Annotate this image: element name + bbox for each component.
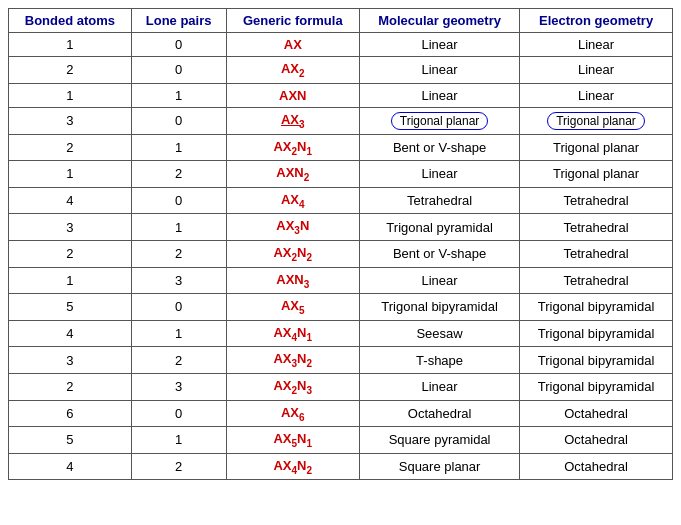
molecular-geometry-cell: Bent or V-shape <box>360 240 520 267</box>
lone-pairs-cell: 0 <box>131 187 226 214</box>
bonded-atoms-cell: 2 <box>9 373 132 400</box>
table-row: 11AXNLinearLinear <box>9 83 673 107</box>
electron-geometry-cell: Linear <box>520 57 673 84</box>
column-header: Electron geometry <box>520 9 673 33</box>
electron-geometry-cell: Octahedral <box>520 400 673 427</box>
generic-formula-cell: AXN3 <box>226 267 360 294</box>
table-row: 41AX4N1SeesawTrigonal bipyramidal <box>9 320 673 347</box>
molecular-geometry-cell: Trigonal pyramidal <box>360 214 520 241</box>
electron-geometry-cell: Tetrahedral <box>520 214 673 241</box>
table-row: 23AX2N3LinearTrigonal bipyramidal <box>9 373 673 400</box>
lone-pairs-cell: 0 <box>131 33 226 57</box>
table-row: 40AX4TetrahedralTetrahedral <box>9 187 673 214</box>
table-row: 10AXLinearLinear <box>9 33 673 57</box>
bonded-atoms-cell: 2 <box>9 57 132 84</box>
molecular-geometry-cell: Linear <box>360 33 520 57</box>
molecular-geometry-cell: Linear <box>360 57 520 84</box>
lone-pairs-cell: 2 <box>131 240 226 267</box>
table-row: 60AX6OctahedralOctahedral <box>9 400 673 427</box>
bonded-atoms-cell: 1 <box>9 161 132 188</box>
generic-formula-cell: AX3 <box>226 107 360 134</box>
lone-pairs-cell: 3 <box>131 373 226 400</box>
generic-formula-cell: AX3N <box>226 214 360 241</box>
bonded-atoms-cell: 4 <box>9 187 132 214</box>
generic-formula-cell: AX3N2 <box>226 347 360 374</box>
lone-pairs-cell: 2 <box>131 347 226 374</box>
molecular-geometry-cell: Seesaw <box>360 320 520 347</box>
column-header: Generic formula <box>226 9 360 33</box>
lone-pairs-cell: 1 <box>131 427 226 454</box>
table-row: 42AX4N2Square planarOctahedral <box>9 453 673 480</box>
electron-geometry-cell: Trigonal bipyramidal <box>520 320 673 347</box>
generic-formula-cell: AX5 <box>226 294 360 321</box>
molecular-geometry-cell: Tetrahedral <box>360 187 520 214</box>
molecular-geometry-cell: Trigonal bipyramidal <box>360 294 520 321</box>
bonded-atoms-cell: 1 <box>9 267 132 294</box>
lone-pairs-cell: 1 <box>131 134 226 161</box>
lone-pairs-cell: 0 <box>131 294 226 321</box>
molecular-geometry-cell: Linear <box>360 373 520 400</box>
lone-pairs-cell: 1 <box>131 83 226 107</box>
molecular-geometry-cell: Octahedral <box>360 400 520 427</box>
molecular-geometry-cell: Linear <box>360 83 520 107</box>
bonded-atoms-cell: 5 <box>9 427 132 454</box>
bonded-atoms-cell: 3 <box>9 214 132 241</box>
table-row: 20AX2LinearLinear <box>9 57 673 84</box>
table-row: 32AX3N2T-shapeTrigonal bipyramidal <box>9 347 673 374</box>
generic-formula-cell: AX2 <box>226 57 360 84</box>
molecular-geometry-cell: T-shape <box>360 347 520 374</box>
electron-geometry-cell: Tetrahedral <box>520 267 673 294</box>
electron-geometry-cell: Linear <box>520 33 673 57</box>
table-row: 12AXN2LinearTrigonal planar <box>9 161 673 188</box>
column-header: Bonded atoms <box>9 9 132 33</box>
molecular-geometry-cell: Trigonal planar <box>360 107 520 134</box>
lone-pairs-cell: 0 <box>131 107 226 134</box>
bonded-atoms-cell: 4 <box>9 453 132 480</box>
bonded-atoms-cell: 3 <box>9 107 132 134</box>
molecular-geometry-cell: Linear <box>360 161 520 188</box>
table-row: 51AX5N1Square pyramidalOctahedral <box>9 427 673 454</box>
lone-pairs-cell: 1 <box>131 214 226 241</box>
bonded-atoms-cell: 2 <box>9 240 132 267</box>
lone-pairs-cell: 3 <box>131 267 226 294</box>
bonded-atoms-cell: 2 <box>9 134 132 161</box>
molecular-geometry-cell: Linear <box>360 267 520 294</box>
bonded-atoms-cell: 4 <box>9 320 132 347</box>
column-header: Molecular geometry <box>360 9 520 33</box>
electron-geometry-cell: Tetrahedral <box>520 187 673 214</box>
bonded-atoms-cell: 6 <box>9 400 132 427</box>
bonded-atoms-cell: 1 <box>9 83 132 107</box>
generic-formula-cell: AX6 <box>226 400 360 427</box>
header-row: Bonded atomsLone pairsGeneric formulaMol… <box>9 9 673 33</box>
lone-pairs-cell: 1 <box>131 320 226 347</box>
table-row: 22AX2N2Bent or V-shapeTetrahedral <box>9 240 673 267</box>
lone-pairs-cell: 0 <box>131 400 226 427</box>
molecular-geometry-cell: Square pyramidal <box>360 427 520 454</box>
molecular-geometry-cell: Bent or V-shape <box>360 134 520 161</box>
generic-formula-cell: AXN2 <box>226 161 360 188</box>
column-header: Lone pairs <box>131 9 226 33</box>
electron-geometry-cell: Octahedral <box>520 453 673 480</box>
electron-geometry-cell: Trigonal bipyramidal <box>520 373 673 400</box>
generic-formula-cell: AX4 <box>226 187 360 214</box>
electron-geometry-cell: Trigonal bipyramidal <box>520 294 673 321</box>
generic-formula-cell: AX <box>226 33 360 57</box>
molecular-geometry-cell: Square planar <box>360 453 520 480</box>
electron-geometry-cell: Trigonal planar <box>520 161 673 188</box>
generic-formula-cell: AX4N2 <box>226 453 360 480</box>
vsepr-table: Bonded atomsLone pairsGeneric formulaMol… <box>8 8 673 480</box>
table-row: 31AX3NTrigonal pyramidalTetrahedral <box>9 214 673 241</box>
table-row: 13AXN3LinearTetrahedral <box>9 267 673 294</box>
table-row: 21AX2N1Bent or V-shapeTrigonal planar <box>9 134 673 161</box>
bonded-atoms-cell: 1 <box>9 33 132 57</box>
lone-pairs-cell: 2 <box>131 161 226 188</box>
table-row: 30AX3Trigonal planarTrigonal planar <box>9 107 673 134</box>
generic-formula-cell: AXN <box>226 83 360 107</box>
electron-geometry-cell: Linear <box>520 83 673 107</box>
electron-geometry-cell: Octahedral <box>520 427 673 454</box>
generic-formula-cell: AX2N1 <box>226 134 360 161</box>
generic-formula-cell: AX2N3 <box>226 373 360 400</box>
lone-pairs-cell: 0 <box>131 57 226 84</box>
table-row: 50AX5Trigonal bipyramidalTrigonal bipyra… <box>9 294 673 321</box>
generic-formula-cell: AX4N1 <box>226 320 360 347</box>
